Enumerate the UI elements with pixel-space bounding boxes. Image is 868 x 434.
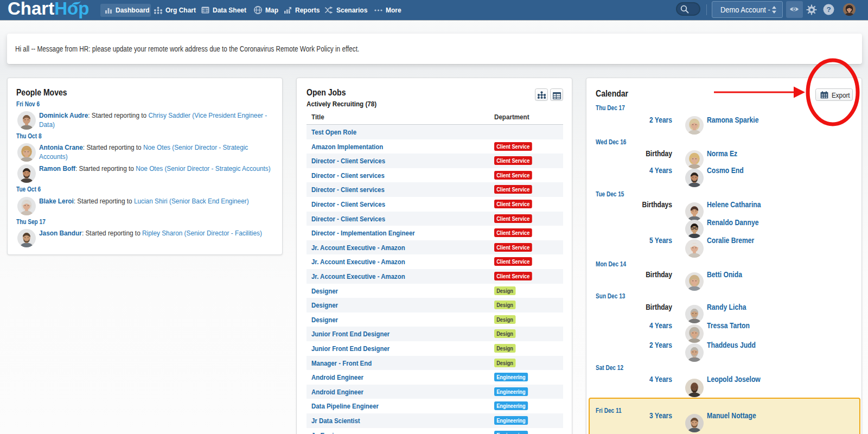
svg-text:?: ?: [826, 5, 831, 14]
